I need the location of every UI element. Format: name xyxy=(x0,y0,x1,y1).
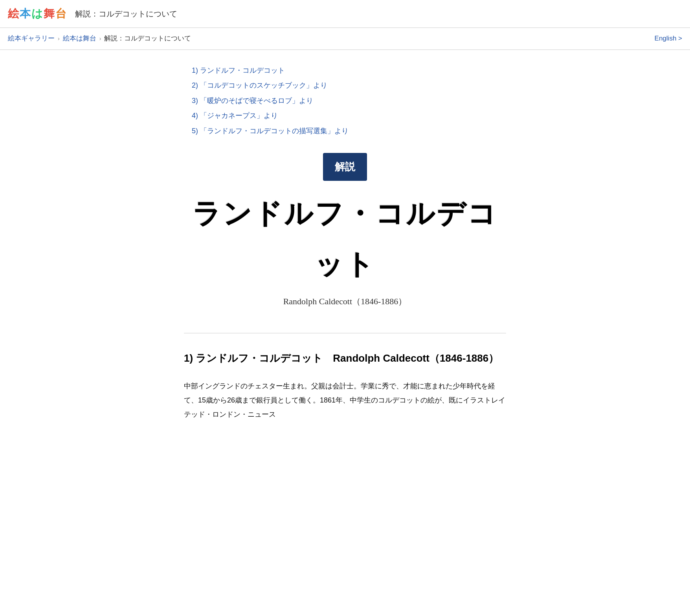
breadcrumb: 絵本ギャラリー › 絵本は舞台 › 解説：コルデコットについて English … xyxy=(0,28,690,50)
site-logo[interactable]: 絵本は舞台 xyxy=(8,4,67,24)
toc-item-3: 3) 「暖炉のそばで寝そべるロブ」より xyxy=(192,94,506,107)
logo-char-3: は xyxy=(31,7,44,20)
toc-num-1: 1) xyxy=(192,66,200,74)
toc-item-5: 5) 「ランドルフ・コルデコットの描写選集」より xyxy=(192,125,506,137)
logo-char-5: 台 xyxy=(55,7,67,20)
breadcrumb-current: 解説：コルデコットについて xyxy=(104,33,191,45)
breadcrumb-link-stage[interactable]: 絵本は舞台 xyxy=(63,33,96,45)
toc-num-2: 2) xyxy=(192,81,200,89)
toc-label-5: 「ランドルフ・コルデコットの描写選集」より xyxy=(200,127,349,135)
toc-num-5: 5) xyxy=(192,127,200,135)
section-badge: 解説 xyxy=(323,153,367,181)
table-of-contents: 1) ランドルフ・コルデコット 2) 「コルデコットのスケッチブック」より 3)… xyxy=(184,64,506,137)
logo-char-1: 絵 xyxy=(8,7,20,20)
toc-link-5[interactable]: 5) 「ランドルフ・コルデコットの描写選集」より xyxy=(192,127,349,135)
toc-link-1[interactable]: 1) ランドルフ・コルデコット xyxy=(192,66,285,74)
toc-label-4: 「ジャカネープス」より xyxy=(200,112,278,120)
logo-separator: 舞 xyxy=(44,7,55,20)
header-title: 解説：コルデコットについて xyxy=(75,7,177,21)
toc-num-3: 3) xyxy=(192,97,200,105)
body-paragraph-1: 中部イングランドのチェスター生まれ。父親は会計士。学業に秀で、才能に恵まれた少年… xyxy=(184,379,506,421)
toc-link-3[interactable]: 3) 「暖炉のそばで寝そべるロブ」より xyxy=(192,97,313,105)
section-divider xyxy=(184,333,506,333)
title-japanese: ランドルフ・コルデコット xyxy=(184,189,506,291)
toc-link-2[interactable]: 2) 「コルデコットのスケッチブック」より xyxy=(192,81,327,89)
section1-heading: 1) ランドルフ・コルデコット Randolph Caldecott（1846-… xyxy=(184,349,506,368)
site-header: 絵本は舞台 解説：コルデコットについて xyxy=(0,0,690,28)
title-graphic: ランドルフ・コルデコット Randolph Caldecott（1846-188… xyxy=(184,189,506,309)
toc-label-3: 「暖炉のそばで寝そべるロブ」より xyxy=(200,97,313,105)
logo-char-2: 本 xyxy=(20,7,31,20)
breadcrumb-sep-2: › xyxy=(99,34,101,44)
toc-item-4: 4) 「ジャカネープス」より xyxy=(192,109,506,122)
toc-item-2: 2) 「コルデコットのスケッチブック」より xyxy=(192,79,506,92)
breadcrumb-link-gallery[interactable]: 絵本ギャラリー xyxy=(8,33,55,45)
toc-item-1: 1) ランドルフ・コルデコット xyxy=(192,64,506,77)
toc-num-4: 4) xyxy=(192,112,200,120)
breadcrumb-sep-1: › xyxy=(58,34,60,44)
toc-link-4[interactable]: 4) 「ジャカネープス」より xyxy=(192,112,278,120)
toc-label-1: ランドルフ・コルデコット xyxy=(200,66,285,74)
toc-label-2: 「コルデコットのスケッチブック」より xyxy=(200,81,327,89)
section-badge-container: 解説 xyxy=(184,153,506,181)
lang-switch-link[interactable]: English > xyxy=(655,33,682,45)
main-content: 1) ランドルフ・コルデコット 2) 「コルデコットのスケッチブック」より 3)… xyxy=(168,50,522,439)
title-english: Randolph Caldecott（1846-1886） xyxy=(184,294,506,309)
